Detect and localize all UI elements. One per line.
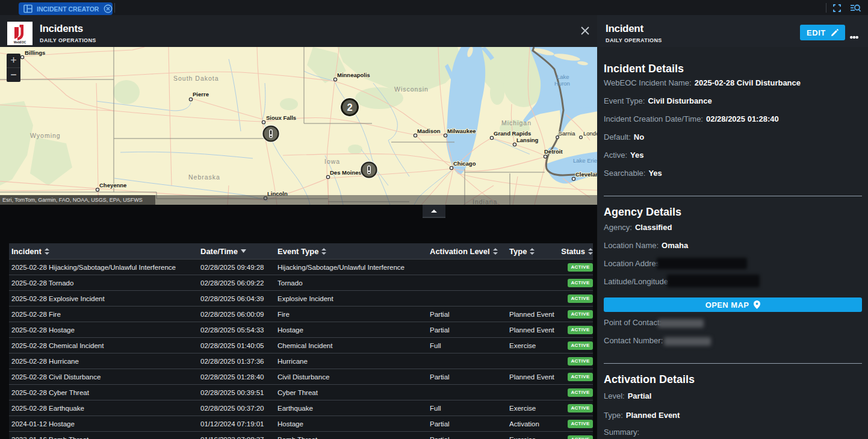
svg-text:Grand Rapids: Grand Rapids [494, 130, 531, 137]
svg-text:Wyoming: Wyoming [30, 132, 61, 139]
svg-text:Iowa: Iowa [324, 158, 340, 165]
svg-text:Sarnia: Sarnia [559, 130, 575, 137]
svg-text:Cheyenne: Cheyenne [99, 182, 126, 188]
svg-text:Milwaukee: Milwaukee [447, 128, 476, 134]
svg-text:Lake: Lake [557, 73, 569, 80]
svg-text:Billings: Billings [25, 49, 45, 56]
svg-text:Des Moines: Des Moines [330, 169, 362, 176]
svg-text:Cleveland: Cleveland [575, 171, 597, 178]
svg-text:Lake Erie: Lake Erie [573, 157, 597, 164]
svg-text:Wisconsin: Wisconsin [394, 86, 429, 93]
svg-text:Pierre: Pierre [193, 91, 209, 98]
svg-text:Madison: Madison [417, 128, 441, 134]
svg-text:WebEOC: WebEOC [14, 41, 26, 44]
svg-text:Detroit: Detroit [544, 148, 563, 155]
svg-text:Huron: Huron [554, 80, 570, 87]
svg-text:Minneapolis: Minneapolis [337, 72, 370, 78]
svg-text:Lansing: Lansing [516, 137, 539, 143]
svg-text:2: 2 [347, 102, 352, 113]
svg-text:South Dakota: South Dakota [173, 75, 219, 82]
svg-text:Nebraska: Nebraska [188, 173, 220, 181]
svg-text:Michigan: Michigan [501, 119, 532, 126]
svg-text:London: London [583, 130, 597, 137]
svg-text:Chicago: Chicago [453, 160, 476, 167]
svg-text:Sioux Falls: Sioux Falls [266, 114, 296, 121]
